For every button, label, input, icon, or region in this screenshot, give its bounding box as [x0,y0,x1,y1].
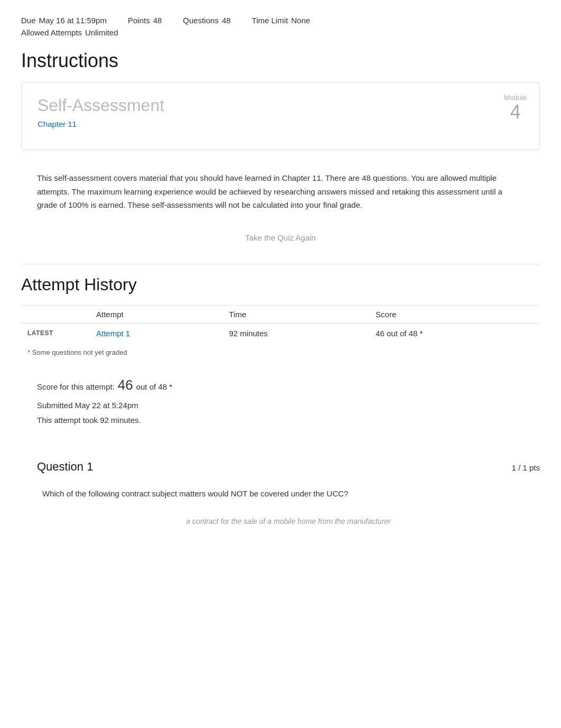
instructions-heading: Instructions [21,50,540,72]
col-header-time: Time [222,305,369,323]
attempt-1-link[interactable]: Attempt 1 [96,329,130,338]
points-value: 48 [153,16,162,25]
quiz-subtitle: Chapter 11 [38,119,523,128]
points-item: Points 48 [128,16,162,25]
questions-value: 48 [222,16,231,25]
time-limit-value: None [291,16,310,25]
points-label: Points [128,16,150,25]
due-item: Due May 16 at 11:59pm [21,16,107,25]
time-limit-item: Time Limit None [252,16,310,25]
score-suffix: out of 48 * [136,380,172,395]
col-header-badge [21,305,90,323]
question-1-header: Question 1 1 / 1 pts [37,460,540,478]
attempt-history-table: Attempt Time Score LATEST Attempt 1 92 m… [21,305,540,343]
answer-option-1: a contract for the sale of a mobile home… [37,513,540,530]
attempt-history-heading: Attempt History [21,275,540,294]
module-label: Module [504,94,527,102]
module-number: 4 [504,102,527,123]
due-value: May 16 at 11:59pm [39,16,107,25]
footnote: * Some questions not yet graded [21,348,540,356]
section-divider [21,264,540,264]
latest-badge: LATEST [21,323,90,343]
question-1-body: Which of the following contract subject … [37,487,540,500]
question-1-pts: 1 / 1 pts [512,463,540,472]
score-for-attempt-row: Score for this attempt: 46 out of 48 * [37,372,524,398]
time-limit-label: Time Limit [252,16,288,25]
meta-row: Due May 16 at 11:59pm Points 48 Question… [21,16,540,25]
allowed-attempts-label: Allowed Attempts [21,28,82,37]
attempt-link-cell: Attempt 1 [90,323,222,343]
module-badge: Module 4 [504,94,527,123]
question-1-section: Question 1 1 / 1 pts Which of the follow… [21,460,540,530]
attempt-score: 46 out of 48 * [369,323,540,343]
questions-item: Questions 48 [183,16,230,25]
score-for-attempt-label: Score for this attempt: [37,380,115,395]
took-line: This attempt took 92 minutes. [37,413,524,428]
take-quiz-area: Take the Quiz Again [21,233,540,243]
score-number: 46 [118,372,133,398]
quiz-title: Self-Assessment [38,96,523,115]
col-header-attempt: Attempt [90,305,222,323]
allowed-attempts-row: Allowed Attempts Unlimited [21,28,540,37]
questions-label: Questions [183,16,219,25]
question-1-title: Question 1 [37,460,93,474]
table-row: LATEST Attempt 1 92 minutes 46 out of 48… [21,323,540,343]
instructions-body: This self-assessment covers material tha… [21,166,540,223]
col-header-score: Score [369,305,540,323]
take-quiz-again-link[interactable]: Take the Quiz Again [245,233,315,242]
allowed-attempts-value: Unlimited [85,28,118,37]
quiz-card: Module 4 Self-Assessment Chapter 11 [21,82,540,150]
due-label: Due [21,16,36,25]
submitted-line: Submitted May 22 at 5:24pm [37,398,524,413]
score-summary: Score for this attempt: 46 out of 48 * S… [21,367,540,444]
attempt-time: 92 minutes [222,323,369,343]
